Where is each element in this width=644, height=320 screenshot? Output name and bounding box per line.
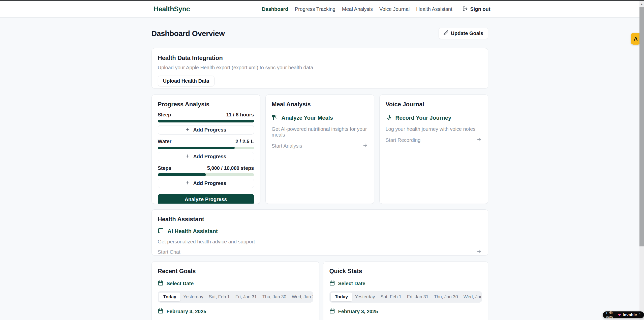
- scroll-up-arrow[interactable]: ▲: [639, 2, 644, 6]
- quick-stats-card: Quick Stats Select Date Today Yesterday …: [323, 261, 488, 320]
- app-header: HealthSync Dashboard Progress Tracking M…: [0, 1, 644, 18]
- water-progress-bar: [158, 147, 254, 149]
- main-content: Dashboard Overview Update Goals Health D…: [0, 18, 639, 320]
- quick-stats-current-date[interactable]: February 3, 2025: [329, 308, 482, 315]
- sleep-label: Sleep: [158, 112, 171, 118]
- steps-add-progress-button[interactable]: Add Progress: [158, 179, 254, 188]
- water-add-progress-button[interactable]: Add Progress: [158, 152, 254, 161]
- utensils-icon: [272, 114, 278, 121]
- voice-journal-title: Voice Journal: [386, 101, 482, 108]
- assistant-description: Get personalized health advice and suppo…: [158, 239, 482, 245]
- brand-logo[interactable]: HealthSync: [154, 5, 190, 13]
- main-nav: Dashboard Progress Tracking Meal Analysi…: [262, 6, 490, 13]
- lovable-side-widget-button[interactable]: Λ: [631, 33, 640, 45]
- plus-icon: [185, 127, 190, 133]
- health-data-integration-card: Health Data Integration Upload your Appl…: [151, 48, 488, 88]
- progress-analysis-card: Progress Analysis Sleep 11 / 8 hours Add…: [151, 94, 260, 204]
- ai-health-assistant-link[interactable]: AI Health Assistant: [168, 228, 218, 235]
- recent-goals-current-date[interactable]: February 3, 2025: [158, 308, 313, 315]
- analyze-progress-button[interactable]: Analyze Progress: [158, 194, 254, 204]
- nav-voice-journal[interactable]: Voice Journal: [379, 6, 410, 12]
- tab-fri-jan-31[interactable]: Fri, Jan 31: [233, 293, 260, 301]
- water-progress-block: Water 2 / 2.5 L Add Progress: [158, 139, 254, 161]
- quick-stats-date-tabs: Today Yesterday Sat, Feb 1 Fri, Jan 31 T…: [329, 291, 482, 303]
- sleep-value: 11 / 8 hours: [226, 112, 254, 118]
- scrollbar-thumb[interactable]: [639, 7, 644, 246]
- health-assistant-title: Health Assistant: [158, 216, 482, 223]
- integration-description: Upload your Apple Health export (export.…: [158, 65, 482, 71]
- microphone-icon: [386, 114, 392, 121]
- arrow-right-icon: [476, 137, 482, 143]
- quick-stats-title: Quick Stats: [329, 268, 482, 275]
- tab-sat-feb-1[interactable]: Sat, Feb 1: [206, 293, 233, 301]
- page-title: Dashboard Overview: [151, 29, 225, 38]
- vertical-scrollbar[interactable]: ▲ ▼: [639, 1, 644, 320]
- tab-thu-jan-30[interactable]: Thu, Jan 30: [431, 293, 461, 301]
- tab-sat-feb-1[interactable]: Sat, Feb 1: [378, 293, 404, 301]
- sign-out-button[interactable]: Sign out: [463, 6, 490, 13]
- sleep-progress-block: Sleep 11 / 8 hours Add Progress: [158, 112, 254, 135]
- browser-top-strip: [0, 0, 644, 1]
- meal-analysis-card: Meal Analysis Analyze Your Meals Get AI-…: [265, 94, 374, 204]
- start-chat-action[interactable]: Start Chat: [158, 249, 482, 255]
- heart-icon: [618, 313, 621, 317]
- nav-dashboard[interactable]: Dashboard: [262, 6, 288, 12]
- start-recording-action[interactable]: Start Recording: [386, 137, 482, 143]
- tab-yesterday[interactable]: Yesterday: [180, 293, 206, 301]
- tab-today[interactable]: Today: [331, 293, 352, 301]
- calendar-icon: [158, 308, 163, 315]
- log-out-icon: [463, 6, 468, 13]
- health-assistant-card: Health Assistant AI Health Assistant Get…: [151, 209, 488, 255]
- close-icon[interactable]: ×: [639, 312, 641, 315]
- pencil-icon: [443, 30, 448, 37]
- recent-goals-select-date[interactable]: Select Date: [158, 280, 313, 287]
- recent-goals-title: Recent Goals: [158, 268, 313, 275]
- tab-thu-jan-30[interactable]: Thu, Jan 30: [260, 293, 289, 301]
- steps-progress-bar: [158, 173, 254, 176]
- nav-progress-tracking[interactable]: Progress Tracking: [295, 6, 335, 12]
- start-analysis-action[interactable]: Start Analysis: [272, 143, 368, 149]
- arrow-right-icon: [362, 143, 368, 149]
- arrow-right-icon: [476, 249, 482, 255]
- calendar-icon: [329, 280, 335, 287]
- sleep-add-progress-button[interactable]: Add Progress: [158, 125, 254, 135]
- calendar-icon: [158, 280, 163, 287]
- progress-analysis-title: Progress Analysis: [158, 101, 254, 108]
- voice-description: Log your health journey with voice notes: [386, 126, 482, 132]
- steps-progress-block: Steps 5,000 / 10,000 steps Add Progress: [158, 165, 254, 188]
- plus-icon: [185, 154, 190, 160]
- plus-icon: [185, 180, 190, 186]
- nav-health-assistant[interactable]: Health Assistant: [416, 6, 452, 12]
- calendar-icon: [329, 308, 335, 315]
- tab-wed-jan-29[interactable]: Wed, Jan 29: [461, 293, 482, 301]
- nav-meal-analysis[interactable]: Meal Analysis: [342, 6, 373, 12]
- recent-goals-card: Recent Goals Select Date Today Yesterday…: [151, 261, 319, 320]
- tab-yesterday[interactable]: Yesterday: [352, 293, 378, 301]
- sleep-progress-bar: [158, 120, 254, 122]
- update-goals-button[interactable]: Update Goals: [439, 28, 488, 39]
- voice-journal-card: Voice Journal Record Your Journey Log yo…: [379, 94, 488, 204]
- integration-title: Health Data Integration: [158, 54, 482, 61]
- record-your-journey-link[interactable]: Record Your Journey: [395, 115, 451, 121]
- chat-bubble-icon: [158, 228, 164, 235]
- sign-out-label: Sign out: [470, 6, 490, 12]
- tab-wed-jan-29[interactable]: Wed, Jan 29: [289, 293, 313, 301]
- edit-with-lovable-badge[interactable]: Edit with lovable ×: [603, 311, 644, 318]
- quick-stats-select-date[interactable]: Select Date: [329, 280, 482, 287]
- upload-health-data-button[interactable]: Upload Health Data: [158, 76, 214, 86]
- meal-analysis-title: Meal Analysis: [272, 101, 368, 108]
- analyze-your-meals-link[interactable]: Analyze Your Meals: [282, 115, 333, 121]
- water-value: 2 / 2.5 L: [235, 139, 254, 144]
- tab-today[interactable]: Today: [159, 293, 181, 301]
- meal-description: Get AI-powered nutritional insights for …: [272, 126, 368, 138]
- tab-fri-jan-31[interactable]: Fri, Jan 31: [404, 293, 431, 301]
- lovable-logo-icon: Λ: [634, 36, 638, 42]
- recent-goals-date-tabs: Today Yesterday Sat, Feb 1 Fri, Jan 31 T…: [158, 291, 313, 303]
- steps-value: 5,000 / 10,000 steps: [207, 165, 254, 171]
- water-label: Water: [158, 139, 172, 144]
- steps-label: Steps: [158, 165, 171, 171]
